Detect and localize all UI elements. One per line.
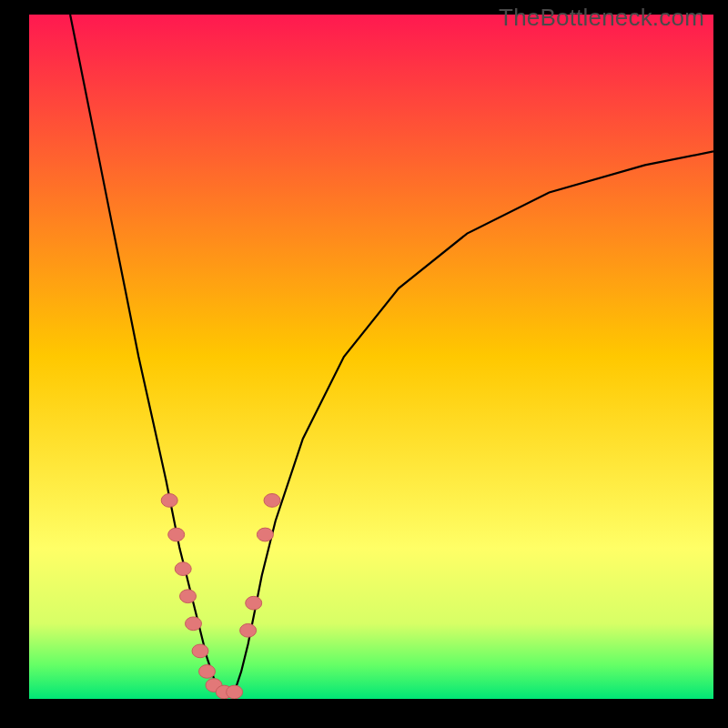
marker-point [161,494,177,508]
chart-svg [29,15,713,699]
marker-point [192,644,208,658]
marker-point [168,528,185,541]
marker-point [257,528,273,541]
marker-point [180,590,197,603]
watermark-text: TheBottleneck.com [499,4,704,32]
marker-point [240,623,257,637]
marker-point [175,562,191,576]
marker-point [264,494,280,508]
marker-point [186,617,202,631]
chart-frame: TheBottleneck.com [0,0,728,728]
marker-point [246,596,262,610]
marker-point [199,665,216,679]
plot-area [29,15,713,699]
gradient-background [29,15,713,699]
marker-point [227,685,243,699]
